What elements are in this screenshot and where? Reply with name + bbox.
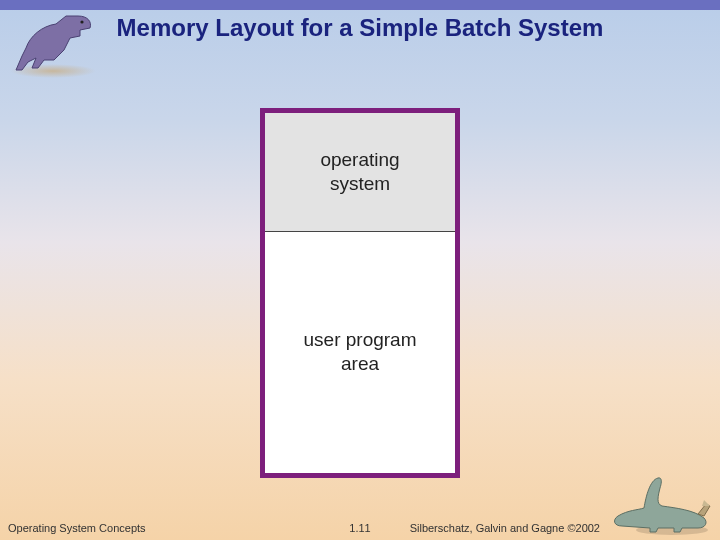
svg-point-0 <box>80 20 83 23</box>
user-label-line1: user program <box>304 329 417 350</box>
sauropod-dinosaur-svg <box>610 470 714 536</box>
trex-dinosaur-icon <box>0 6 110 84</box>
os-label-line2: system <box>330 173 390 194</box>
trex-dinosaur-svg <box>8 8 98 74</box>
user-label-line2: area <box>341 353 379 374</box>
sauropod-dinosaur-icon <box>608 468 718 538</box>
memory-segment-user: user program area <box>265 232 455 472</box>
os-label-line1: operating <box>320 149 399 170</box>
slide: Memory Layout for a Simple Batch System … <box>0 0 720 540</box>
memory-segment-os: operating system <box>265 113 455 232</box>
memory-diagram: operating system user program area <box>260 108 460 478</box>
footer-credits: Silberschatz, Galvin and Gagne ©2002 <box>410 522 600 534</box>
